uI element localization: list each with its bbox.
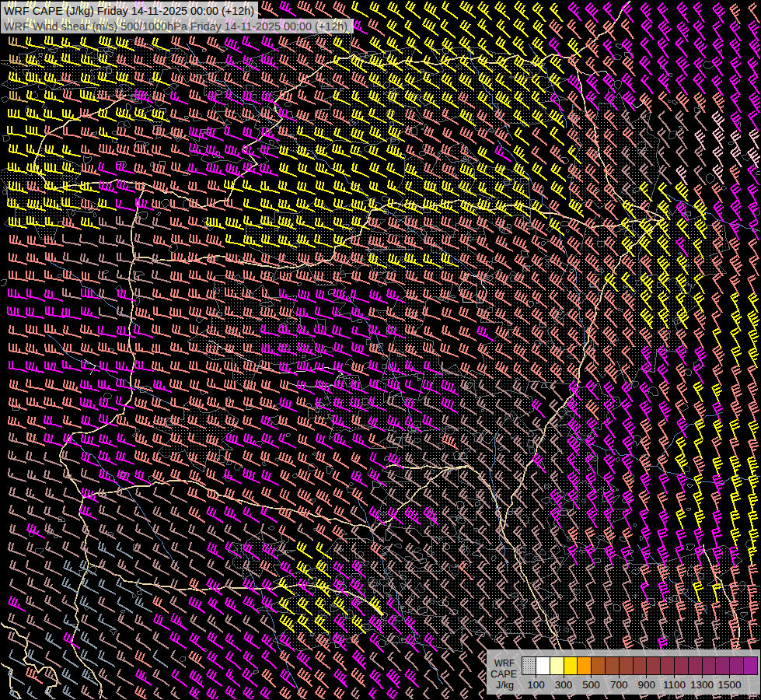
svg-text:500: 500 — [582, 679, 600, 691]
svg-text:900: 900 — [638, 679, 656, 691]
svg-text:1100: 1100 — [663, 679, 686, 691]
svg-text:WRF CAPE (J/kg) Friday 14-11-2: WRF CAPE (J/kg) Friday 14-11-2025 00:00 … — [4, 5, 254, 17]
svg-text:WRF Wind shear (m/s) 500/1000h: WRF Wind shear (m/s) 500/1000hPa Friday … — [4, 20, 347, 33]
svg-text:J/kg: J/kg — [496, 679, 514, 691]
svg-text:1300: 1300 — [690, 679, 714, 691]
svg-text:CAPE: CAPE — [490, 668, 517, 680]
svg-text:WRF: WRF — [494, 657, 515, 669]
svg-text:1500: 1500 — [718, 679, 742, 691]
svg-text:700: 700 — [610, 679, 628, 691]
svg-text:300: 300 — [555, 679, 573, 691]
svg-text:100: 100 — [527, 679, 545, 691]
